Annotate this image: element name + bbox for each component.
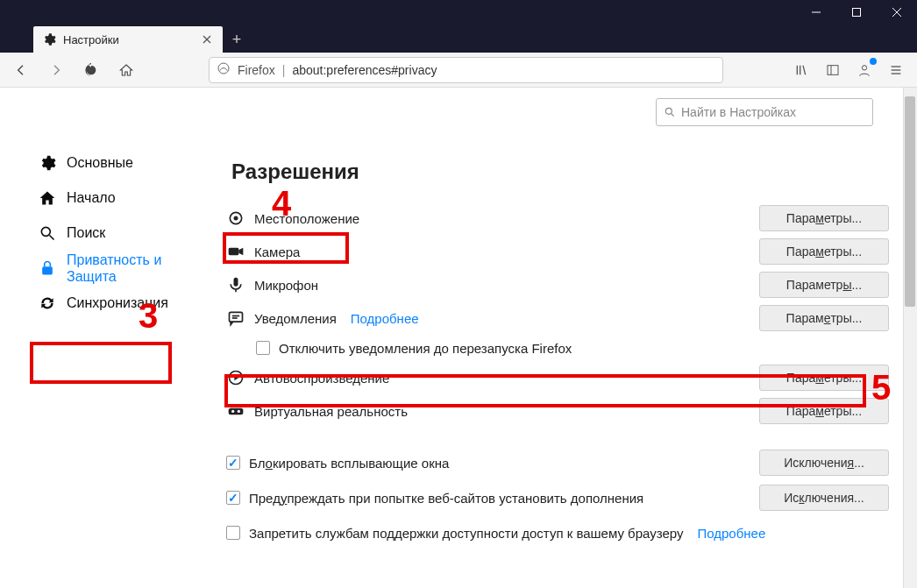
- svg-point-18: [234, 216, 238, 221]
- svg-point-28: [238, 410, 240, 413]
- perm-row-autoplay: Автовоспроизведение Параметры...: [226, 361, 889, 394]
- url-path: about:preferences#privacy: [292, 63, 437, 77]
- tab-close-button[interactable]: [200, 32, 214, 46]
- svg-rect-26: [229, 408, 244, 415]
- firefox-identity-icon: [217, 61, 231, 79]
- tab-title: Настройки: [63, 33, 193, 46]
- autoplay-icon: [226, 368, 245, 387]
- url-bar[interactable]: Firefox | about:preferences#privacy: [209, 57, 723, 83]
- account-button[interactable]: [850, 56, 878, 84]
- svg-rect-21: [234, 278, 238, 287]
- vertical-scrollbar[interactable]: [903, 88, 917, 588]
- sidebar-item-label: Основные: [67, 154, 188, 171]
- window-close-button[interactable]: [877, 0, 917, 25]
- location-settings-button[interactable]: Параметры...: [759, 205, 889, 231]
- svg-point-13: [41, 227, 50, 236]
- notifications-learn-more-link[interactable]: Подробнее: [351, 311, 419, 326]
- app-menu-button[interactable]: [882, 56, 910, 84]
- location-icon: [226, 209, 245, 228]
- notifications-pause-row: Отключить уведомления до перезапуска Fir…: [226, 335, 889, 361]
- url-protocol-label: Firefox: [238, 63, 275, 77]
- svg-point-27: [231, 410, 234, 413]
- notifications-settings-button[interactable]: Параметры...: [759, 305, 889, 331]
- svg-rect-20: [229, 248, 239, 255]
- tab-bar: Настройки +: [0, 25, 917, 53]
- notifications-pause-checkbox[interactable]: [256, 341, 270, 355]
- svg-point-9: [862, 65, 866, 69]
- search-icon: [39, 224, 56, 242]
- microphone-settings-button[interactable]: Параметры...: [759, 272, 889, 298]
- sidebar-item-general[interactable]: Основные: [32, 145, 195, 181]
- search-placeholder: Найти в Настройках: [681, 105, 796, 119]
- home-icon: [39, 189, 56, 207]
- sidebar-item-label: Синхронизация: [67, 294, 188, 311]
- svg-rect-1: [853, 9, 861, 17]
- svg-line-17: [672, 114, 674, 117]
- camera-settings-button[interactable]: Параметры...: [759, 238, 889, 265]
- addon-exceptions-button[interactable]: Исключения...: [759, 485, 889, 511]
- perm-row-notifications: Уведомления Подробнее Параметры...: [226, 301, 889, 335]
- browser-tab-settings[interactable]: Настройки: [33, 26, 223, 53]
- sidebar-item-label: Начало: [67, 189, 188, 206]
- perm-row-camera: Камера Параметры...: [226, 235, 889, 268]
- notification-icon: [226, 308, 245, 328]
- reload-button[interactable]: [77, 56, 105, 84]
- scrollbar-thumb[interactable]: [905, 96, 915, 307]
- lock-icon: [39, 259, 56, 277]
- microphone-icon: [226, 275, 245, 294]
- gear-icon: [42, 32, 56, 46]
- gear-icon: [39, 154, 56, 172]
- perm-row-location: Местоположение Параметры...: [226, 202, 889, 235]
- sidebar-toggle-button[interactable]: [819, 56, 847, 84]
- vr-icon: [226, 401, 245, 421]
- svg-rect-7: [828, 65, 838, 74]
- window-titlebar: [0, 0, 917, 25]
- window-minimize-button[interactable]: [796, 0, 836, 25]
- window-maximize-button[interactable]: [836, 0, 877, 25]
- perm-row-microphone: Микрофон Параметры...: [226, 268, 889, 301]
- sync-icon: [39, 294, 56, 312]
- preferences-search-input[interactable]: Найти в Настройках: [656, 98, 873, 126]
- sidebar-item-privacy[interactable]: Приватность и Защита: [32, 251, 195, 286]
- vr-settings-button[interactable]: Параметры...: [759, 398, 889, 424]
- autoplay-settings-button[interactable]: Параметры...: [759, 365, 889, 391]
- popup-block-row: Блокировать всплывающие окна Исключения.…: [226, 445, 889, 480]
- perm-row-vr: Виртуальная реальность Параметры...: [226, 394, 889, 428]
- library-button[interactable]: [787, 56, 815, 84]
- a11y-block-row: Запретить службам поддержки доступности …: [226, 515, 889, 550]
- sidebar-item-home[interactable]: Начало: [32, 181, 195, 216]
- new-tab-button[interactable]: +: [223, 26, 251, 53]
- preferences-sidebar: Основные Начало Поиск Приватность и Защи…: [0, 88, 203, 588]
- back-button[interactable]: [7, 56, 35, 84]
- svg-rect-22: [230, 312, 243, 322]
- camera-icon: [226, 242, 245, 261]
- svg-line-14: [50, 236, 54, 240]
- section-title-permissions: Разрешения: [226, 158, 365, 186]
- a11y-block-checkbox[interactable]: [226, 526, 240, 540]
- forward-button[interactable]: [42, 56, 70, 84]
- preferences-main: Найти в Настройках Разрешения Местополож…: [203, 88, 917, 588]
- addon-warn-row: Предупреждать при попытке веб-сайтов уст…: [226, 480, 889, 515]
- sidebar-item-search[interactable]: Поиск: [32, 216, 195, 251]
- navigation-toolbar: Firefox | about:preferences#privacy: [0, 53, 917, 88]
- popup-block-checkbox[interactable]: [226, 456, 240, 470]
- sidebar-item-label: Поиск: [67, 224, 188, 241]
- sidebar-item-sync[interactable]: Синхронизация: [32, 286, 195, 321]
- svg-rect-15: [42, 266, 53, 274]
- addon-warn-checkbox[interactable]: [226, 491, 240, 505]
- search-icon: [664, 106, 676, 118]
- sidebar-item-label: Приватность и Защита: [67, 251, 188, 285]
- a11y-learn-more-link[interactable]: Подробнее: [697, 526, 765, 541]
- home-button[interactable]: [112, 56, 140, 84]
- popup-exceptions-button[interactable]: Исключения...: [759, 450, 889, 476]
- preferences-content: Основные Начало Поиск Приватность и Защи…: [0, 88, 917, 588]
- svg-point-16: [665, 108, 672, 114]
